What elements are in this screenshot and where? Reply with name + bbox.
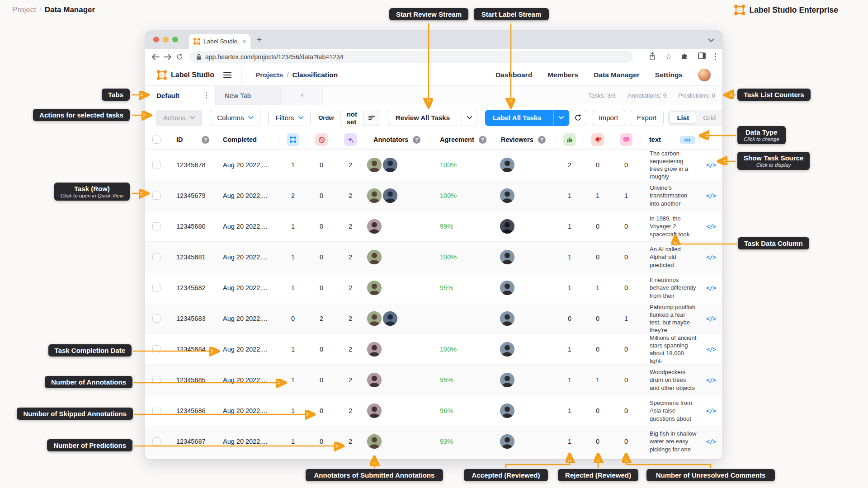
header-annotations-count[interactable] <box>279 130 307 149</box>
header-rejected[interactable] <box>584 130 612 149</box>
table-row[interactable]: 12345683Aug 20 2022,...022001Pahrump poo… <box>145 303 722 333</box>
row-checkbox[interactable] <box>152 314 160 323</box>
forward-icon[interactable] <box>164 54 172 60</box>
new-tab-button[interactable]: + <box>257 35 262 45</box>
cell-annotators <box>365 242 430 272</box>
review-options-chevron[interactable] <box>462 110 477 126</box>
header-text-column[interactable]: text str <box>641 130 699 149</box>
avatar <box>500 188 514 203</box>
show-source-icon[interactable]: </> <box>706 346 716 353</box>
table-row[interactable]: 12345680Aug 20 2022,...10299%100In 1989,… <box>145 211 722 241</box>
row-checkbox[interactable] <box>152 192 160 200</box>
header-annotators[interactable]: Annotators? <box>365 130 430 149</box>
label-all-tasks-button[interactable]: Label All Tasks <box>485 110 569 126</box>
header-skipped-count[interactable] <box>307 130 336 149</box>
callout-rejected: Rejected (Reviewed) <box>558 469 638 481</box>
tab-new-tab[interactable]: New Tab <box>216 86 282 105</box>
header-predictions-count[interactable] <box>336 130 365 149</box>
show-source-icon[interactable]: </> <box>706 253 716 261</box>
show-source-icon[interactable]: </> <box>706 315 716 322</box>
tab-options-icon[interactable] <box>204 90 209 100</box>
header-reviewers[interactable]: Reviewers? <box>486 130 556 149</box>
address-bar[interactable]: app.heartex.com/projects/123456/data?tab… <box>190 51 633 63</box>
app-header: Label Studio Projects/Classification Das… <box>145 65 722 86</box>
row-checkbox[interactable] <box>152 161 160 169</box>
bookmark-star-icon[interactable]: ☆ <box>665 52 672 61</box>
list-view-button[interactable]: List <box>670 112 696 124</box>
table-row[interactable]: 12345681Aug 20 2022,...102100%100An AI c… <box>145 241 722 272</box>
row-checkbox[interactable] <box>152 284 160 292</box>
filters-button[interactable]: Filters <box>268 110 311 126</box>
share-icon[interactable] <box>649 52 656 61</box>
ordering-control[interactable]: not set <box>340 110 380 126</box>
row-checkbox[interactable] <box>152 407 160 415</box>
minimize-window-button[interactable] <box>163 37 169 42</box>
side-panel-icon[interactable] <box>698 52 706 61</box>
help-icon[interactable]: ? <box>538 136 546 144</box>
show-source-icon[interactable]: </> <box>706 438 716 445</box>
app-logo[interactable]: Label Studio <box>157 70 214 80</box>
import-button[interactable]: Import <box>592 110 626 126</box>
header-agreement[interactable]: Agreement? <box>430 130 486 149</box>
breadcrumb-projects[interactable]: Projects <box>255 71 283 79</box>
label-options-chevron[interactable] <box>553 110 569 126</box>
table-row[interactable]: 12345686Aug 20 2022,...10296%100Specimen… <box>145 395 722 426</box>
callout-data-type: Data TypeClick to change <box>737 126 786 144</box>
reload-icon[interactable] <box>176 53 183 61</box>
nav-dashboard[interactable]: Dashboard <box>495 71 532 79</box>
help-icon[interactable]: ? <box>413 136 420 144</box>
select-all-checkbox[interactable] <box>152 136 160 144</box>
header-completed[interactable]: Completed <box>222 130 279 149</box>
close-window-button[interactable] <box>153 37 159 42</box>
header-id[interactable]: ID? <box>168 130 222 149</box>
show-source-icon[interactable]: </> <box>706 284 716 291</box>
help-icon[interactable]: ? <box>202 136 209 144</box>
tab-default[interactable]: Default <box>145 86 216 105</box>
row-checkbox[interactable] <box>152 222 160 230</box>
table-row[interactable]: 12345684Aug 20 2022,...102100%100Million… <box>145 333 722 364</box>
grid-view-button[interactable]: Grid <box>696 112 722 123</box>
table-row[interactable]: 12345678Aug 20 2022,...102100%200The car… <box>145 149 722 180</box>
cell-reviewers <box>486 334 556 365</box>
export-button[interactable]: Export <box>630 110 664 126</box>
user-avatar[interactable] <box>698 69 711 81</box>
help-icon[interactable]: ? <box>479 136 486 144</box>
table-row[interactable]: 12345682Aug 20 2022,...10295%110If neutr… <box>145 272 722 303</box>
order-value[interactable]: not set <box>340 110 363 126</box>
browser-menu-icon[interactable] <box>715 53 717 61</box>
refresh-button[interactable] <box>569 110 587 126</box>
hamburger-menu-icon[interactable] <box>223 72 231 78</box>
review-all-tasks-button[interactable]: Review All Tasks <box>388 110 477 126</box>
close-tab-icon[interactable]: ✕ <box>242 38 247 45</box>
back-icon[interactable] <box>151 54 160 60</box>
zoom-window-button[interactable] <box>172 37 178 42</box>
table-row[interactable]: 12345685Aug 20 2022,...10295%110Woodpeck… <box>145 364 722 395</box>
window-chevron-icon[interactable] <box>708 36 714 44</box>
data-type-badge[interactable]: str <box>680 136 695 144</box>
cell-task-id: 12345679 <box>168 180 222 211</box>
actions-button[interactable]: Actions <box>156 110 202 126</box>
nav-data-manager[interactable]: Data Manager <box>594 71 640 79</box>
cell-task-id: 12345686 <box>168 395 222 426</box>
row-checkbox[interactable] <box>152 376 160 384</box>
extensions-puzzle-icon[interactable] <box>681 52 689 61</box>
row-checkbox[interactable] <box>152 345 160 353</box>
nav-members[interactable]: Members <box>547 71 578 79</box>
show-source-icon[interactable]: </> <box>706 161 716 169</box>
header-comments[interactable] <box>612 130 641 149</box>
table-row[interactable]: 12345679Aug 20 2022,...202100%111Olivine… <box>145 180 722 211</box>
show-source-icon[interactable]: </> <box>706 192 716 199</box>
row-checkbox[interactable] <box>152 253 160 261</box>
nav-settings[interactable]: Settings <box>655 71 683 79</box>
columns-button[interactable]: Columns <box>210 110 260 126</box>
header-accepted[interactable] <box>556 130 584 149</box>
add-tab-button[interactable]: + <box>282 86 323 105</box>
show-source-icon[interactable]: </> <box>706 223 716 230</box>
browser-tab[interactable]: Label Studio ✕ <box>189 34 250 49</box>
row-checkbox[interactable] <box>152 437 160 446</box>
breadcrumb-parent[interactable]: Project <box>12 5 36 14</box>
table-row[interactable]: 12345687Aug 20 2022,...10293%100Big fish… <box>145 426 722 456</box>
show-source-icon[interactable]: </> <box>706 407 716 414</box>
show-source-icon[interactable]: </> <box>706 376 716 384</box>
sort-direction-icon[interactable] <box>363 110 380 126</box>
